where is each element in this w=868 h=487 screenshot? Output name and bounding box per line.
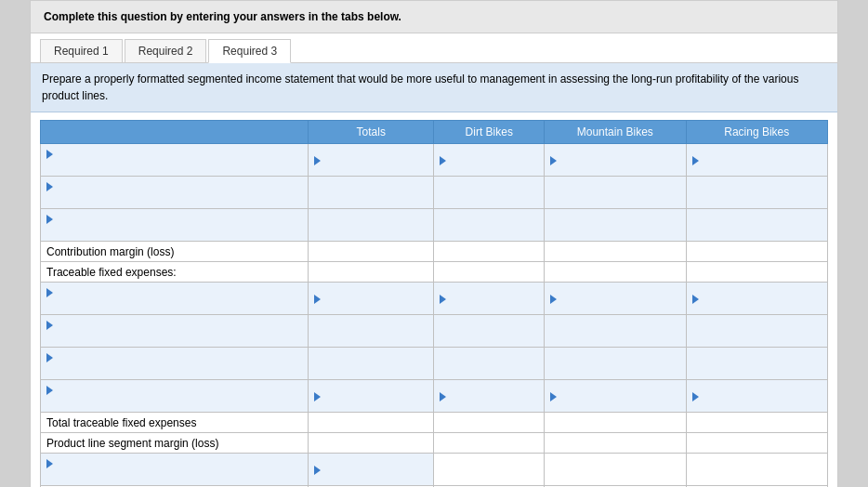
row3-label-cell (41, 209, 309, 242)
row1-totals-cell (308, 144, 434, 177)
row6-dirt-cell (434, 283, 545, 315)
row8-mountain-input[interactable] (550, 357, 679, 370)
table-row (41, 177, 828, 209)
row6-totals-input[interactable] (325, 292, 416, 305)
table-wrapper: Totals Dirt Bikes Mountain Bikes Racing … (31, 112, 837, 487)
row9-racing-input[interactable] (704, 389, 808, 402)
row2-totals-input[interactable] (314, 186, 428, 199)
tab-required3[interactable]: Required 3 (208, 39, 291, 63)
header-bar: Complete this question by entering your … (31, 1, 837, 33)
row8-dirt-cell (434, 348, 545, 380)
total-traceable-label: Total traceable fixed expenses (41, 413, 309, 433)
row3-totals-input[interactable] (314, 218, 428, 231)
table-row: Total traceable fixed expenses (41, 413, 828, 433)
row9-totals-cell (308, 380, 434, 413)
row3-totals-cell (308, 209, 434, 242)
row7-mountain-input[interactable] (550, 324, 679, 337)
table-row: Traceable fixed expenses: (41, 262, 828, 283)
row3-mountain-input[interactable] (550, 218, 679, 231)
row7-dirt-input[interactable] (440, 324, 538, 337)
traceable-dirt (434, 262, 545, 283)
arrow-icon (440, 156, 446, 165)
row12-racing-cell (686, 454, 827, 486)
row7-totals-input[interactable] (314, 324, 428, 337)
row12-totals-input[interactable] (325, 463, 416, 476)
row1-label-input[interactable] (46, 160, 302, 173)
row7-racing-cell (686, 315, 827, 348)
row2-dirt-cell (434, 177, 545, 209)
row3-label-input[interactable] (46, 225, 302, 238)
table-row: Product line segment margin (loss) (41, 433, 828, 454)
traceable-racing (686, 262, 827, 283)
product-segment-totals (308, 433, 434, 454)
row12-mountain-cell (545, 454, 686, 486)
row7-racing-input[interactable] (692, 324, 822, 337)
header-text: Complete this question by entering your … (44, 10, 401, 23)
arrow-icon (46, 288, 53, 297)
product-segment-mountain (545, 433, 686, 454)
row12-label-input[interactable] (46, 469, 302, 482)
row8-dirt-input[interactable] (440, 357, 538, 370)
row2-label-input[interactable] (46, 192, 302, 205)
arrow-icon (550, 295, 557, 304)
row2-racing-input[interactable] (692, 186, 822, 199)
row1-mountain-cell (545, 144, 686, 177)
arrow-icon (440, 295, 446, 304)
row1-dirt-input[interactable] (452, 153, 530, 166)
row8-racing-input[interactable] (692, 357, 822, 370)
arrow-icon (314, 466, 321, 475)
row1-mountain-input[interactable] (561, 153, 665, 166)
contribution-margin-label: Contribution margin (loss) (41, 242, 309, 262)
table-row (41, 380, 828, 413)
row6-mountain-cell (545, 283, 686, 315)
tab-required2[interactable]: Required 2 (125, 39, 207, 62)
row9-label-input[interactable] (46, 396, 302, 409)
row8-totals-cell (308, 348, 434, 380)
arrow-icon (46, 182, 53, 191)
row9-label-cell (41, 380, 309, 413)
row9-mountain-cell (545, 380, 686, 413)
row6-dirt-input[interactable] (452, 292, 530, 305)
row2-mountain-input[interactable] (550, 186, 679, 199)
arrow-icon (314, 295, 321, 304)
col-header-racing: Racing Bikes (686, 121, 827, 144)
col-header-dirt: Dirt Bikes (434, 121, 545, 144)
row3-racing-input[interactable] (692, 218, 822, 231)
arrow-icon (46, 215, 53, 224)
row3-dirt-input[interactable] (440, 218, 538, 231)
arrow-icon (314, 156, 321, 165)
arrow-icon (46, 459, 53, 468)
contribution-mountain (545, 242, 686, 262)
row3-racing-cell (686, 209, 827, 242)
row1-dirt-cell (434, 144, 545, 177)
row9-mountain-input[interactable] (561, 389, 665, 402)
row2-mountain-cell (545, 177, 686, 209)
row7-label-input[interactable] (46, 331, 302, 344)
row9-totals-input[interactable] (325, 389, 416, 402)
row6-racing-input[interactable] (704, 292, 808, 305)
row2-dirt-input[interactable] (440, 186, 538, 199)
arrow-icon (46, 321, 53, 330)
product-segment-dirt (434, 433, 545, 454)
row9-racing-cell (686, 380, 827, 413)
arrow-icon (692, 392, 699, 401)
instruction-text: Prepare a properly formatted segmented i… (31, 63, 837, 112)
row1-racing-input[interactable] (704, 153, 808, 166)
col-header-totals: Totals (308, 121, 434, 144)
row8-label-input[interactable] (46, 363, 302, 376)
contribution-totals (308, 242, 434, 262)
row7-dirt-cell (434, 315, 545, 348)
total-traceable-racing (686, 413, 827, 433)
row6-totals-cell (308, 283, 434, 315)
tabs-container: Required 1 Required 2 Required 3 (31, 33, 837, 63)
row1-totals-input[interactable] (325, 153, 416, 166)
row6-mountain-input[interactable] (561, 292, 665, 305)
table-row: Contribution margin (loss) (41, 242, 828, 262)
row9-dirt-input[interactable] (452, 389, 530, 402)
traceable-totals (308, 262, 434, 283)
row8-label-cell (41, 348, 309, 380)
row8-totals-input[interactable] (314, 357, 428, 370)
traceable-mountain (545, 262, 686, 283)
tab-required1[interactable]: Required 1 (40, 39, 123, 62)
row6-label-input[interactable] (46, 298, 302, 311)
